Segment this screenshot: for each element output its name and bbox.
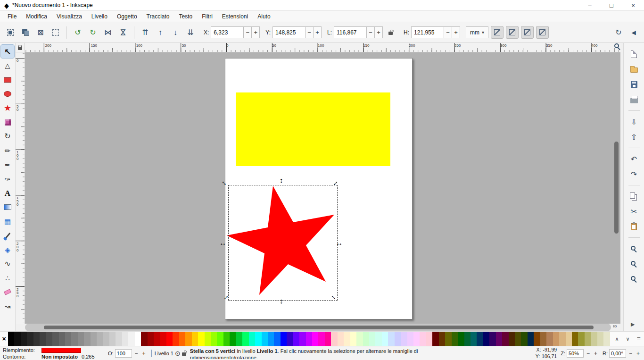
rotate-ccw-button[interactable]: ↺ bbox=[71, 25, 85, 40]
palette-swatch[interactable] bbox=[521, 332, 527, 346]
scale-corners-toggle[interactable] bbox=[506, 26, 519, 39]
palette-swatch[interactable] bbox=[21, 332, 27, 346]
palette-swatch[interactable] bbox=[65, 332, 71, 346]
raise-button[interactable]: ↑ bbox=[153, 25, 167, 40]
palette-swatch[interactable] bbox=[91, 332, 97, 346]
zoom-selection-button[interactable] bbox=[627, 242, 641, 256]
palette-swatch[interactable] bbox=[591, 332, 597, 346]
rotate-cw-button[interactable]: ↻ bbox=[86, 25, 100, 40]
y-input[interactable] bbox=[272, 26, 305, 38]
raise-to-top-button[interactable]: ⇈ bbox=[138, 25, 152, 40]
palette-swatch[interactable] bbox=[369, 332, 375, 346]
palette-swatch[interactable] bbox=[546, 332, 553, 346]
minimize-button[interactable]: – bbox=[579, 0, 601, 10]
palette-swatch[interactable] bbox=[515, 332, 521, 346]
opacity-input[interactable] bbox=[115, 349, 132, 358]
palette-swatch[interactable] bbox=[566, 332, 572, 346]
palette-swatch[interactable] bbox=[382, 332, 388, 346]
scale-stroke-toggle[interactable] bbox=[491, 26, 504, 39]
ellipse-tool[interactable] bbox=[1, 87, 14, 100]
palette-swatch[interactable] bbox=[116, 332, 122, 346]
palette-swatch[interactable] bbox=[483, 332, 489, 346]
zoom-input[interactable] bbox=[567, 349, 584, 358]
vertical-scrollbar[interactable] bbox=[613, 52, 620, 324]
palette-swatch[interactable] bbox=[344, 332, 350, 346]
palette-swatch[interactable] bbox=[97, 332, 103, 346]
palette-swatch[interactable] bbox=[33, 332, 40, 346]
palette-swatch[interactable] bbox=[46, 332, 52, 346]
palette-swatch[interactable] bbox=[242, 332, 248, 346]
rotation-decrease-button[interactable]: − bbox=[627, 349, 634, 358]
palette-swatch[interactable] bbox=[217, 332, 223, 346]
opacity-increase-button[interactable]: + bbox=[141, 349, 147, 358]
new-document-button[interactable] bbox=[627, 47, 641, 61]
palette-swatch[interactable] bbox=[420, 332, 426, 346]
cut-button[interactable]: ✂ bbox=[627, 204, 641, 218]
palette-swatch[interactable] bbox=[597, 332, 603, 346]
palette-swatch[interactable] bbox=[255, 332, 261, 346]
node-editor-tool[interactable]: △ bbox=[1, 59, 14, 72]
palette-swatch[interactable] bbox=[249, 332, 255, 346]
export-button[interactable]: ⇧ bbox=[627, 130, 641, 144]
copy-button[interactable] bbox=[627, 189, 641, 203]
menu-filtri[interactable]: Filtri bbox=[197, 12, 217, 21]
palette-swatch[interactable] bbox=[299, 332, 305, 346]
palette-swatch[interactable] bbox=[528, 332, 534, 346]
palette-swatch[interactable] bbox=[160, 332, 166, 346]
palette-swatch[interactable] bbox=[407, 332, 413, 346]
zoom-decrease-button[interactable]: − bbox=[585, 349, 591, 358]
lock-ratio-toggle[interactable] bbox=[383, 25, 397, 40]
undo-button[interactable]: ↶ bbox=[627, 152, 641, 166]
text-tool[interactable]: A bbox=[1, 186, 14, 200]
palette-swatch[interactable] bbox=[540, 332, 546, 346]
palette-swatch[interactable] bbox=[135, 332, 141, 346]
palette-swatch[interactable] bbox=[148, 332, 154, 346]
width-decrease-button[interactable]: − bbox=[367, 26, 375, 38]
opacity-decrease-button[interactable]: − bbox=[133, 349, 140, 358]
palette-swatch[interactable] bbox=[312, 332, 318, 346]
menu-estensioni[interactable]: Estensioni bbox=[217, 12, 253, 21]
palette-swatch[interactable] bbox=[122, 332, 128, 346]
box-3d-tool[interactable] bbox=[1, 116, 14, 129]
canvas[interactable]: ↔ ↕ ↔ ↔ ↔ ↔ ↕ ↔ bbox=[25, 52, 620, 324]
palette-swatch[interactable] bbox=[103, 332, 109, 346]
paint-bucket-tool[interactable]: ◈ bbox=[1, 243, 14, 256]
units-dropdown[interactable]: mm ▾ bbox=[466, 26, 488, 38]
height-input[interactable] bbox=[411, 26, 444, 38]
move-patterns-toggle[interactable] bbox=[536, 26, 549, 39]
menu-aiuto[interactable]: Aiuto bbox=[253, 12, 275, 21]
palette-swatch[interactable] bbox=[141, 332, 147, 346]
palette-swatch[interactable] bbox=[236, 332, 242, 346]
menu-file[interactable]: File bbox=[3, 12, 21, 21]
palette-swatch[interactable] bbox=[211, 332, 217, 346]
palette-swatch[interactable] bbox=[578, 332, 584, 346]
palette-scroll-down-button[interactable]: ∨ bbox=[622, 332, 633, 346]
expand-arrow-button[interactable]: ▶ bbox=[631, 321, 635, 327]
palette-swatch[interactable] bbox=[413, 332, 420, 346]
palette-swatch[interactable] bbox=[585, 332, 591, 346]
menu-modifica[interactable]: Modifica bbox=[21, 12, 52, 21]
resize-handle-right[interactable]: ↔ bbox=[336, 239, 343, 246]
stroke-value[interactable]: Non impostato bbox=[41, 354, 78, 360]
rectangle-tool[interactable] bbox=[1, 73, 14, 86]
palette-swatch[interactable] bbox=[502, 332, 508, 346]
palette-swatch[interactable] bbox=[78, 332, 84, 346]
flip-vertical-button[interactable]: ⋈ bbox=[116, 25, 130, 40]
palette-swatch[interactable] bbox=[262, 332, 268, 346]
lower-button[interactable]: ↓ bbox=[168, 25, 182, 40]
palette-swatch[interactable] bbox=[471, 332, 477, 346]
rotation-increase-button[interactable]: + bbox=[635, 349, 641, 358]
palette-swatch[interactable] bbox=[306, 332, 312, 346]
zoom-increase-button[interactable]: + bbox=[593, 349, 599, 358]
palette-swatch[interactable] bbox=[166, 332, 173, 346]
snap-toolbar-collapse-button[interactable]: ◀ bbox=[627, 25, 641, 40]
layer-visibility-toggle[interactable]: ⊙ bbox=[175, 350, 181, 357]
palette-swatch[interactable] bbox=[268, 332, 274, 346]
deselect-button[interactable]: ⊠ bbox=[33, 25, 48, 40]
palette-swatch[interactable] bbox=[128, 332, 134, 346]
gradient-tool[interactable] bbox=[1, 201, 14, 214]
y-decrease-button[interactable]: − bbox=[305, 26, 314, 38]
palette-swatch[interactable] bbox=[318, 332, 324, 346]
palette-swatch[interactable] bbox=[40, 332, 46, 346]
palette-swatch[interactable] bbox=[331, 332, 337, 346]
